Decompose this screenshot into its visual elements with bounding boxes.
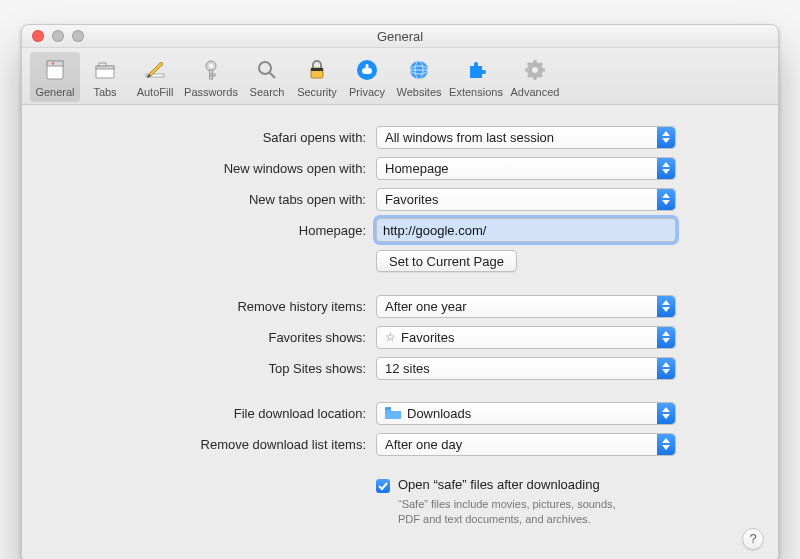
remove-downloads-label: Remove download list items: — [44, 437, 376, 452]
svg-marker-38 — [662, 193, 670, 198]
svg-marker-35 — [662, 138, 670, 143]
safari-opens-label: Safari opens with: — [44, 130, 376, 145]
safari-opens-popup[interactable]: All windows from last session — [376, 126, 676, 149]
svg-line-14 — [269, 72, 275, 78]
popup-value: Favorites — [401, 330, 454, 345]
download-location-label: File download location: — [44, 406, 376, 421]
popup-value: After one day — [385, 437, 462, 452]
svg-marker-43 — [662, 338, 670, 343]
tab-tabs[interactable]: Tabs — [80, 52, 130, 102]
minimize-button[interactable] — [52, 30, 64, 42]
remove-history-popup[interactable]: After one year — [376, 295, 676, 318]
svg-line-31 — [540, 75, 542, 77]
svg-marker-49 — [662, 438, 670, 443]
tab-label: Privacy — [349, 86, 385, 98]
titlebar: General — [22, 25, 778, 48]
new-windows-label: New windows open with: — [44, 161, 376, 176]
new-windows-popup[interactable]: Homepage — [376, 157, 676, 180]
top-sites-label: Top Sites shows: — [44, 361, 376, 376]
extensions-icon — [462, 56, 490, 84]
popup-value: 12 sites — [385, 361, 430, 376]
chevron-updown-icon — [657, 158, 675, 179]
homepage-field[interactable] — [376, 218, 676, 242]
tab-label: Websites — [396, 86, 441, 98]
svg-marker-34 — [662, 131, 670, 136]
tab-autofill[interactable]: AutoFill — [130, 52, 180, 102]
window-controls — [32, 30, 84, 42]
svg-marker-41 — [662, 307, 670, 312]
search-icon — [253, 56, 281, 84]
tab-label: Search — [250, 86, 285, 98]
zoom-button[interactable] — [72, 30, 84, 42]
svg-marker-42 — [662, 331, 670, 336]
download-location-popup[interactable]: Downloads — [376, 402, 676, 425]
svg-rect-19 — [362, 68, 372, 74]
tab-label: Extensions — [449, 86, 503, 98]
chevron-updown-icon — [657, 327, 675, 348]
tab-label: Passwords — [184, 86, 238, 98]
general-icon — [41, 56, 69, 84]
favorites-shows-label: Favorites shows: — [44, 330, 376, 345]
websites-icon — [405, 56, 433, 84]
svg-line-33 — [540, 63, 542, 65]
svg-rect-12 — [211, 74, 215, 76]
new-tabs-popup[interactable]: Favorites — [376, 188, 676, 211]
preferences-window: General General Tabs AutoFill Passwords — [21, 24, 779, 559]
popup-value: Downloads — [407, 406, 471, 421]
chevron-updown-icon — [657, 403, 675, 424]
new-tabs-label: New tabs open with: — [44, 192, 376, 207]
privacy-icon — [353, 56, 381, 84]
help-button[interactable]: ? — [742, 528, 764, 550]
popup-value: After one year — [385, 299, 467, 314]
tab-label: AutoFill — [137, 86, 174, 98]
advanced-icon — [521, 56, 549, 84]
star-icon: ☆ — [385, 330, 396, 344]
svg-marker-50 — [662, 445, 670, 450]
open-safe-label: Open “safe” files after downloading — [398, 477, 600, 492]
open-safe-help: “Safe” files include movies, pictures, s… — [398, 497, 628, 527]
folder-icon — [385, 407, 401, 419]
svg-rect-16 — [311, 68, 323, 71]
tab-advanced[interactable]: Advanced — [506, 52, 564, 102]
tab-label: General — [35, 86, 74, 98]
chevron-updown-icon — [657, 296, 675, 317]
tab-general[interactable]: General — [30, 52, 80, 102]
tab-passwords[interactable]: Passwords — [180, 52, 242, 102]
tab-privacy[interactable]: Privacy — [342, 52, 392, 102]
tab-security[interactable]: Security — [292, 52, 342, 102]
top-sites-popup[interactable]: 12 sites — [376, 357, 676, 380]
homepage-label: Homepage: — [44, 223, 376, 238]
svg-line-30 — [528, 63, 530, 65]
svg-marker-48 — [662, 414, 670, 419]
tab-label: Tabs — [93, 86, 116, 98]
close-button[interactable] — [32, 30, 44, 42]
tab-websites[interactable]: Websites — [392, 52, 446, 102]
svg-point-2 — [52, 62, 54, 64]
open-safe-checkbox[interactable] — [376, 479, 390, 493]
svg-line-32 — [528, 75, 530, 77]
svg-point-25 — [532, 67, 538, 73]
chevron-updown-icon — [657, 127, 675, 148]
set-current-page-button[interactable]: Set to Current Page — [376, 250, 517, 272]
tab-extensions[interactable]: Extensions — [446, 52, 506, 102]
help-icon: ? — [749, 531, 756, 546]
general-pane: Safari opens with: All windows from last… — [22, 105, 778, 552]
remove-downloads-popup[interactable]: After one day — [376, 433, 676, 456]
security-icon — [303, 56, 331, 84]
popup-value: Favorites — [385, 192, 438, 207]
tab-search[interactable]: Search — [242, 52, 292, 102]
svg-marker-40 — [662, 300, 670, 305]
chevron-updown-icon — [657, 189, 675, 210]
window-title: General — [22, 29, 778, 44]
preferences-toolbar: General Tabs AutoFill Passwords Search — [22, 48, 778, 105]
tab-label: Advanced — [511, 86, 560, 98]
svg-marker-39 — [662, 200, 670, 205]
favorites-shows-popup[interactable]: ☆ Favorites — [376, 326, 676, 349]
svg-point-10 — [209, 64, 213, 68]
svg-marker-44 — [662, 362, 670, 367]
svg-marker-36 — [662, 162, 670, 167]
autofill-icon — [141, 56, 169, 84]
svg-rect-46 — [385, 407, 391, 410]
tab-label: Security — [297, 86, 337, 98]
passwords-icon — [197, 56, 225, 84]
